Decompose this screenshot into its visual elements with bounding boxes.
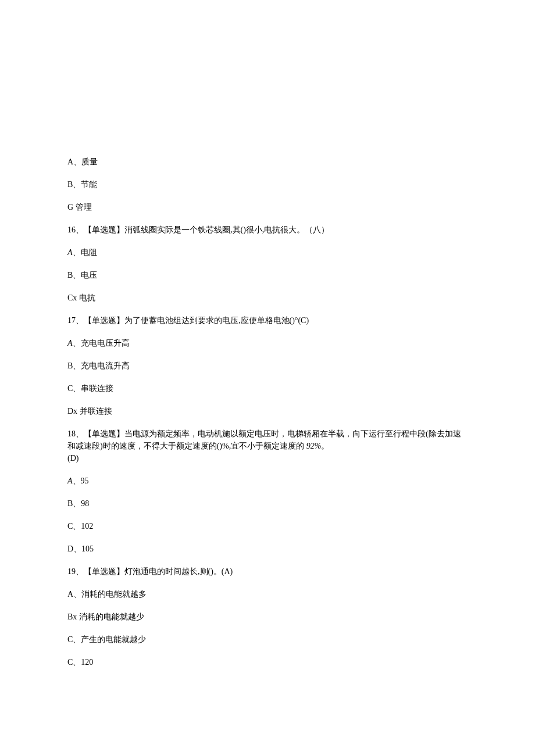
q19-option-c: C、产生的电能就越少 — [67, 633, 468, 646]
q16-option-a-text: 、电阻 — [73, 248, 97, 257]
q19-stem: 19、【单选题】灯泡通电的时间越长,则()。(A) — [67, 565, 468, 578]
q16-option-c: Cx 电抗 — [67, 292, 468, 304]
q17-stem: 17、【单选题】为了使蓄电池组达到要求的电压,应使单格电池()°(C) — [67, 314, 468, 327]
q15-option-a: A、质量 — [67, 156, 468, 168]
q18-stem-text: 18、【单选题】当电源为额定频率，电动机施以额定电压时，电梯轿厢在半载，向下运行… — [67, 429, 461, 450]
q17-option-c: C、串联连接 — [67, 382, 468, 395]
q19-option-b: Bx 消耗的电能就越少 — [67, 611, 468, 623]
q18-stem: 18、【单选题】当电源为额定频率，电动机施以额定电压时，电梯轿厢在半载，向下运行… — [67, 428, 468, 464]
q17-option-b: B、充电电流升高 — [67, 360, 468, 372]
q18-option-a-text: 、95 — [73, 476, 89, 485]
q19-option-extra: C、120 — [67, 656, 468, 668]
q18-option-a-prefix: A — [67, 476, 73, 485]
q18-option-d: D、105 — [67, 543, 468, 555]
q17-option-a-prefix: A — [67, 339, 73, 347]
q15-option-c: G 管理 — [67, 201, 468, 213]
q18-option-a: A、95 — [67, 475, 468, 487]
q18-stem-italic: 92% — [306, 442, 322, 450]
q18-stem-end: 。 — [321, 442, 329, 450]
q16-option-a: A、电阻 — [67, 246, 468, 259]
q17-option-a: A、充电电压升高 — [67, 337, 468, 349]
q16-option-a-prefix: A — [67, 248, 73, 257]
q16-option-b: B、电压 — [67, 269, 468, 281]
q18-option-c: C、102 — [67, 520, 468, 532]
q18-answer: (D) — [67, 454, 79, 463]
q16-stem: 16、【单选题】消弧线圈实际是一个铁芯线圈,其()很小,电抗很大。（八） — [67, 224, 468, 236]
q19-option-a: A、消耗的电能就越多 — [67, 588, 468, 600]
q17-option-a-text: 、充电电压升高 — [73, 339, 130, 347]
q17-option-d: Dx 并联连接 — [67, 405, 468, 417]
q15-option-b: B、节能 — [67, 178, 468, 191]
q18-option-b: B、98 — [67, 497, 468, 510]
